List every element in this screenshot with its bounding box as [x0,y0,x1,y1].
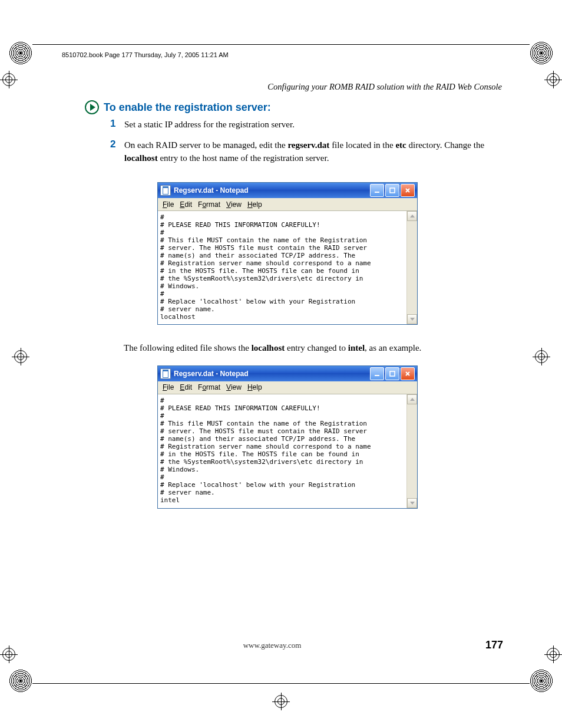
crop-line [32,683,530,684]
svg-rect-0 [375,192,379,193]
term: intel [348,343,365,353]
registration-mark-icon [533,348,550,365]
svg-rect-1 [390,188,395,193]
notepad-icon [160,368,171,379]
scroll-up-icon[interactable] [407,211,417,221]
menubar: File Edit Format View Help [158,198,417,211]
dirname: etc [395,140,406,150]
notepad-icon [160,185,171,196]
text-area-wrap: # # PLEASE READ THIS INFORMATION CAREFUL… [158,394,417,508]
notepad-window: Regserv.dat - Notepad File Edit Format V… [157,182,418,325]
step-1: 1 Set a static IP address for the regist… [110,118,503,131]
step-text: Set a static IP address for the registra… [124,118,295,131]
notepad-window: Regserv.dat - Notepad File Edit Format V… [157,365,418,509]
close-button[interactable] [401,367,415,380]
titlebar[interactable]: Regserv.dat - Notepad [158,366,417,381]
printer-mark-icon [530,669,553,693]
scroll-down-icon[interactable] [407,314,417,324]
scroll-up-icon[interactable] [407,394,417,404]
t: entry changed to [285,343,348,353]
menu-help[interactable]: Help [247,200,262,209]
content-area: To enable the registration server: 1 Set… [85,100,503,521]
minimize-button[interactable] [370,367,384,380]
menu-file[interactable]: File [163,200,174,209]
maximize-button[interactable] [385,367,399,380]
text-content[interactable]: # # PLEASE READ THIS INFORMATION CAREFUL… [158,394,417,508]
crop-line [32,44,530,45]
t: file located in the [329,140,395,150]
step-number: 1 [110,118,124,131]
svg-rect-3 [390,371,395,376]
menu-view[interactable]: View [226,200,242,209]
registration-mark-icon [544,71,562,88]
registration-mark-icon [272,693,290,710]
scroll-down-icon[interactable] [407,498,417,508]
window-title: Regserv.dat - Notepad [174,370,248,378]
t: The following edited file shows the [124,343,252,353]
t: directory. Change the [406,140,484,150]
registration-mark-icon [544,645,562,663]
close-button[interactable] [401,184,415,197]
step-text: On each RAID server to be managed, edit … [124,139,503,165]
menubar: File Edit Format View Help [158,381,417,394]
registration-mark-icon [0,645,18,663]
play-icon [85,100,99,114]
minimize-button[interactable] [370,184,384,197]
printer-mark-icon [530,41,553,65]
menu-file[interactable]: File [163,383,174,391]
titlebar[interactable]: Regserv.dat - Notepad [158,183,417,198]
registration-mark-icon [0,71,18,88]
mid-paragraph: The following edited file shows the loca… [124,341,503,355]
footer: www.gateway.com 177 [59,639,503,651]
menu-format[interactable]: Format [198,200,220,209]
text-area-wrap: # # PLEASE READ THIS INFORMATION CAREFUL… [158,211,417,324]
window-title: Regserv.dat - Notepad [174,186,248,195]
step-number: 2 [110,139,124,165]
registration-mark-icon [12,348,29,365]
heading-row: To enable the registration server: [85,100,503,114]
menu-edit[interactable]: Edit [180,383,192,391]
scrollbar[interactable] [406,211,417,324]
step-2: 2 On each RAID server to be managed, edi… [110,139,503,165]
window-buttons [370,184,415,197]
running-header: Configuring your ROMB RAID solution with… [267,82,502,92]
menu-view[interactable]: View [226,383,242,391]
menu-format[interactable]: Format [198,383,220,391]
menu-help[interactable]: Help [247,383,262,391]
window-buttons [370,367,415,380]
section-heading: To enable the registration server: [104,101,271,114]
menu-edit[interactable]: Edit [180,200,192,209]
t: , as an example. [365,343,421,353]
scrollbar[interactable] [406,394,417,508]
svg-rect-2 [375,375,379,376]
printer-mark-icon [9,669,32,693]
filename: regserv.dat [287,140,329,150]
book-header: 8510702.book Page 177 Thursday, July 7, … [62,51,229,58]
entry: localhost [124,153,158,163]
page: 8510702.book Page 177 Thursday, July 7, … [0,0,562,728]
page-number: 177 [485,639,503,651]
footer-url: www.gateway.com [243,641,302,650]
text-content[interactable]: # # PLEASE READ THIS INFORMATION CAREFUL… [158,211,417,324]
t: On each RAID server to be managed, edit … [124,140,287,150]
screenshot-notepad-1: Regserv.dat - Notepad File Edit Format V… [157,182,503,325]
printer-mark-icon [9,41,32,65]
term: localhost [252,343,285,353]
screenshot-notepad-2: Regserv.dat - Notepad File Edit Format V… [157,365,503,509]
t: entry to the host name of the registrati… [158,153,329,163]
maximize-button[interactable] [385,184,399,197]
